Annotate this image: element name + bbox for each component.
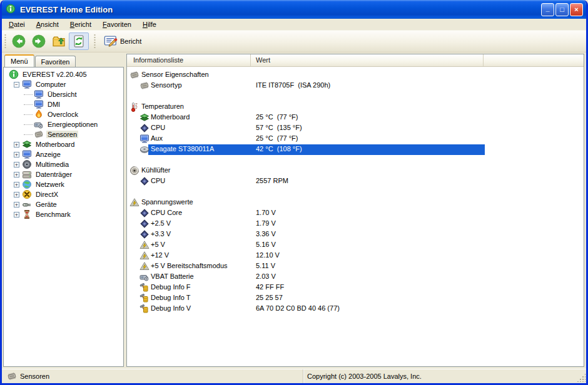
expand-toggle[interactable]: + — [14, 172, 19, 178]
report-button[interactable]: Bericht — [99, 32, 146, 50]
expand-toggle[interactable]: + — [14, 212, 19, 218]
toolbar: Bericht — [2, 31, 586, 52]
info-row-sensortyp[interactable]: SensortypITE IT8705F (ISA 290h) — [127, 81, 584, 91]
tree-item-directx[interactable]: +DirectX — [5, 189, 123, 199]
expand-toggle[interactable]: + — [14, 152, 19, 158]
section-header-k-hll-fter[interactable]: Kühllüfter — [127, 166, 584, 176]
info-row--5-v[interactable]: +5 V5.16 V — [127, 240, 584, 251]
info-row--3-3-v[interactable]: +3.3 V3.36 V — [127, 229, 584, 240]
column-header-wert[interactable]: Wert — [251, 54, 484, 66]
tab-favoriten[interactable]: Favoriten — [35, 56, 76, 68]
spacer-row — [127, 155, 584, 166]
tree-item-netzwerk[interactable]: +Netzwerk — [5, 179, 123, 189]
info-row-debug-info-f[interactable]: Debug Info F42 FF FF — [127, 282, 584, 293]
row-label: VBAT Batterie — [151, 272, 194, 280]
tree-item-energieoptionen[interactable]: Energieoptionen — [5, 119, 123, 129]
info-row--2-5-v[interactable]: +2.5 V1.79 V — [127, 219, 584, 229]
overview-icon — [34, 89, 44, 99]
menu-favoriten[interactable]: Favoriten — [97, 19, 137, 30]
expand-toggle[interactable]: + — [14, 202, 19, 208]
menu-hilfe[interactable]: Hilfe — [137, 19, 162, 30]
debug-icon — [139, 304, 150, 314]
info-row-vbat-batterie[interactable]: VBAT Batterie2.03 V — [127, 272, 584, 282]
expand-toggle[interactable]: + — [14, 142, 19, 148]
toolbar-grip-2[interactable] — [94, 34, 96, 49]
row-label: Kühllüfter — [141, 166, 170, 174]
tree-item-ger-te[interactable]: +Geräte — [5, 199, 123, 209]
info-row-cpu[interactable]: CPU2557 RPM — [127, 176, 584, 187]
collapse-toggle[interactable]: − — [14, 82, 19, 88]
info-row-motherboard[interactable]: Motherboard25 °C (77 °F) — [127, 112, 584, 123]
title-bar[interactable]: EVEREST Home Edition _ □ × — [2, 0, 586, 19]
tree-item-everest-v2-20-405[interactable]: EVEREST v2.20.405 — [5, 69, 123, 79]
section-header-spannungswerte[interactable]: Spannungswerte — [127, 198, 584, 208]
section-header-temperaturen[interactable]: Temperaturen — [127, 102, 584, 112]
tree-item-label: Overclock — [46, 111, 79, 118]
expand-toggle[interactable]: + — [14, 192, 19, 198]
menu-bericht[interactable]: Bericht — [64, 19, 97, 30]
section-header-sensor-eigenschaften[interactable]: Sensor Eigenschaften — [127, 70, 584, 81]
status-bar: Sensoren Copyright (c) 2003-2005 Lavalys… — [2, 369, 586, 383]
maximize-button[interactable]: □ — [555, 3, 569, 16]
info-row--5-v-bereitschaftsmodus[interactable]: +5 V Bereitschaftsmodus5.11 V — [127, 261, 584, 272]
hdd-icon — [139, 144, 150, 154]
forward-icon — [32, 34, 46, 48]
row-label: Debug Info F — [151, 283, 191, 291]
tree-item-label: Netzwerk — [34, 181, 66, 188]
info-row-cpu[interactable]: CPU57 °C (135 °F) — [127, 123, 584, 134]
battery-icon — [139, 272, 150, 282]
sensors-icon — [139, 81, 150, 91]
close-button[interactable]: × — [570, 3, 583, 16]
voltage-icon — [139, 240, 150, 250]
expand-toggle[interactable]: + — [14, 182, 19, 188]
resize-grip[interactable] — [577, 373, 585, 382]
info-row-cpu-core[interactable]: CPU Core1.70 V — [127, 208, 584, 219]
tree-item-motherboard[interactable]: +Motherboard — [5, 139, 123, 149]
info-row-debug-info-v[interactable]: Debug Info V6A 70 D2 C0 BD 40 46 (77) — [127, 304, 584, 314]
row-value: ITE IT8705F (ISA 290h) — [256, 81, 330, 89]
info-row--12-v[interactable]: +12 V12.10 V — [127, 251, 584, 261]
tree-item-anzeige[interactable]: +Anzeige — [5, 149, 123, 159]
column-header-informationsliste[interactable]: Informationsliste — [127, 54, 251, 66]
power-icon — [34, 119, 44, 129]
info-row-debug-info-t[interactable]: Debug Info T25 25 57 — [127, 293, 584, 304]
expand-toggle[interactable]: + — [14, 162, 19, 168]
row-value: 2.03 V — [256, 272, 276, 280]
row-value: 12.10 V — [256, 251, 280, 259]
forward-button[interactable] — [29, 32, 49, 50]
tree-item-dmi[interactable]: DMI — [5, 99, 123, 109]
folder-up-button[interactable] — [49, 32, 69, 50]
tree-item-sensoren[interactable]: Sensoren — [5, 129, 123, 139]
tree-item-label: Datenträger — [34, 171, 73, 178]
minimize-button[interactable]: _ — [541, 3, 554, 16]
tree-item-datentr-ger[interactable]: +Datenträger — [5, 169, 123, 179]
row-label: Aux — [151, 134, 163, 142]
tree-item-overclock[interactable]: Overclock — [5, 109, 123, 119]
row-label: Debug Info T — [151, 294, 190, 301]
tree-connector — [24, 124, 33, 125]
menu-ansicht[interactable]: Ansicht — [31, 19, 64, 30]
storage-icon — [22, 169, 32, 179]
report-button-label: Bericht — [120, 38, 141, 45]
everest-app-icon — [6, 4, 17, 15]
tree-item-computer[interactable]: −Computer — [5, 79, 123, 89]
row-label: Motherboard — [151, 113, 190, 121]
voltage-icon — [129, 198, 139, 208]
debug-icon — [139, 282, 150, 292]
row-label: Temperaturen — [141, 102, 184, 110]
back-button[interactable] — [9, 32, 29, 50]
tree-item-multimedia[interactable]: +Multimedia — [5, 159, 123, 169]
menu-datei[interactable]: Datei — [3, 19, 31, 30]
info-row-seagate-st380011a[interactable]: Seagate ST380011A42 °C (108 °F) — [127, 144, 584, 155]
cpu-icon — [139, 176, 150, 186]
info-row-aux[interactable]: Aux25 °C (77 °F) — [127, 134, 584, 144]
main-area: MenüFavoriten EVEREST v2.20.405−Computer… — [2, 52, 586, 369]
directx-icon — [22, 189, 32, 199]
toolbar-grip[interactable] — [4, 34, 6, 49]
tab-men[interactable]: Menü — [4, 54, 34, 67]
navigation-tree: EVEREST v2.20.405−ComputerÜbersichtDMIOv… — [3, 67, 124, 367]
refresh-button[interactable] — [69, 32, 89, 50]
tree-item--bersicht[interactable]: Übersicht — [5, 89, 123, 99]
tree-item-benchmark[interactable]: +Benchmark — [5, 209, 123, 219]
tree-connector — [24, 94, 33, 95]
